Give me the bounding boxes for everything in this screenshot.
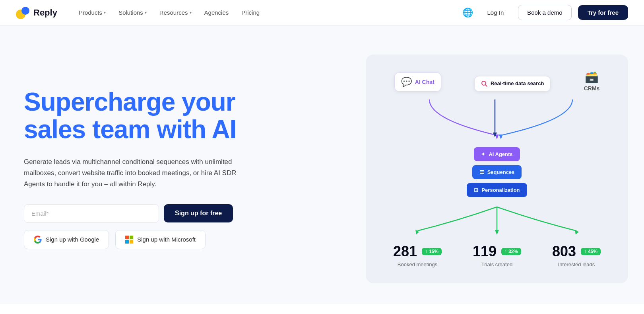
svg-rect-5 bbox=[130, 240, 133, 244]
signup-form: Sign up for free bbox=[24, 204, 254, 223]
book-demo-button[interactable]: Book a demo bbox=[518, 5, 571, 20]
crm-icon: 🗃️ bbox=[585, 70, 599, 84]
diagram-stats-row: 281 ↑ 15% Booked meetings 119 ↑ 32% Tria… bbox=[378, 243, 616, 267]
top-arrows bbox=[378, 96, 616, 143]
svg-rect-4 bbox=[125, 240, 129, 244]
svg-rect-2 bbox=[125, 236, 129, 239]
svg-rect-3 bbox=[130, 236, 133, 239]
nav-item-products[interactable]: Products ▾ bbox=[73, 6, 111, 19]
logo-link[interactable]: Reply bbox=[16, 6, 57, 20]
diagram-middle-row: ✦ AI Agents ☰ Sequences ⊡ Personalizatio… bbox=[378, 147, 616, 197]
logo-icon bbox=[16, 6, 30, 20]
bottom-arrows bbox=[378, 205, 616, 237]
nav-item-solutions[interactable]: Solutions ▾ bbox=[113, 6, 152, 19]
badge-leads: ↑ 45% bbox=[581, 248, 601, 255]
chevron-down-icon: ▾ bbox=[190, 10, 192, 15]
ai-chat-chip: 💬 AI Chat bbox=[394, 72, 441, 92]
sequences-icon: ☰ bbox=[479, 169, 484, 175]
stat-interested-leads: 803 ↑ 45% Interested leads bbox=[552, 243, 601, 267]
sequences-chip: ☰ Sequences bbox=[472, 165, 522, 179]
navbar: Reply Products ▾ Solutions ▾ Resources ▾… bbox=[0, 0, 644, 25]
diagram-top-row: 💬 AI Chat Real-time data search 🗃️ CRMs bbox=[378, 70, 616, 92]
nav-item-agencies[interactable]: Agencies bbox=[199, 6, 235, 19]
svg-marker-13 bbox=[575, 230, 579, 234]
nav-item-pricing[interactable]: Pricing bbox=[236, 6, 265, 19]
chevron-down-icon: ▾ bbox=[145, 10, 147, 15]
ai-agents-chip: ✦ AI Agents bbox=[474, 147, 520, 161]
personalization-chip: ⊡ Personalization bbox=[467, 183, 527, 197]
email-field[interactable] bbox=[24, 204, 159, 223]
google-signup-button[interactable]: Sign up with Google bbox=[24, 230, 109, 249]
stat-trials-created: 119 ↑ 32% Trials created bbox=[473, 243, 521, 267]
signup-free-button[interactable]: Sign up for free bbox=[164, 204, 233, 222]
chevron-down-icon: ▾ bbox=[104, 10, 106, 15]
hero-diagram: 💬 AI Chat Real-time data search 🗃️ CRMs bbox=[366, 55, 628, 283]
microsoft-icon bbox=[125, 236, 133, 244]
login-button[interactable]: Log In bbox=[479, 6, 512, 19]
badge-trials: ↑ 32% bbox=[501, 248, 521, 255]
nav-menu: Products ▾ Solutions ▾ Resources ▾ Agenc… bbox=[73, 6, 265, 19]
logo-text: Reply bbox=[33, 8, 57, 18]
svg-line-7 bbox=[485, 85, 487, 86]
svg-point-1 bbox=[21, 7, 29, 15]
badge-booked: ↑ 15% bbox=[422, 248, 442, 255]
hero-title: Supercharge your sales team with AI bbox=[24, 88, 254, 143]
hero-subtitle: Generate leads via multichannel conditio… bbox=[24, 156, 254, 190]
svg-marker-12 bbox=[495, 230, 499, 235]
svg-marker-10 bbox=[499, 135, 503, 139]
realtime-data-chip: Real-time data search bbox=[474, 76, 551, 92]
microsoft-signup-button[interactable]: Sign up with Microsoft bbox=[115, 230, 206, 249]
try-free-button[interactable]: Try for free bbox=[578, 5, 628, 20]
nav-item-resources[interactable]: Resources ▾ bbox=[154, 6, 197, 19]
search-icon bbox=[481, 80, 487, 87]
google-icon bbox=[34, 236, 42, 244]
hero-section: Supercharge your sales team with AI Gene… bbox=[0, 25, 644, 304]
globe-icon[interactable]: 🌐 bbox=[462, 8, 473, 18]
nav-actions: 🌐 Log In Book a demo Try for free bbox=[462, 5, 628, 20]
stat-booked-meetings: 281 ↑ 15% Booked meetings bbox=[393, 243, 442, 267]
personalization-icon: ⊡ bbox=[474, 187, 478, 193]
hero-content: Supercharge your sales team with AI Gene… bbox=[24, 88, 254, 249]
crms-chip: 🗃️ CRMs bbox=[584, 70, 600, 92]
social-signup-row: Sign up with Google Sign up with Microso… bbox=[24, 230, 254, 249]
ai-agents-icon: ✦ bbox=[481, 151, 485, 157]
